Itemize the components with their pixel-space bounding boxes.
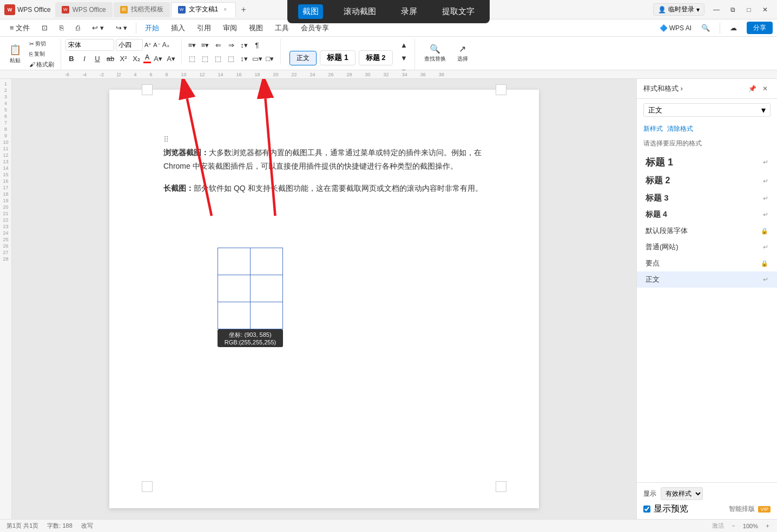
doc-table — [218, 248, 283, 329]
show-preview-label: 显示预览 — [654, 503, 688, 515]
user-login-button[interactable]: 👤 临时登录 ▾ — [653, 3, 704, 16]
scroll-screenshot-button[interactable]: 滚动截图 — [339, 4, 380, 19]
subscript-button[interactable]: X₂ — [130, 52, 142, 64]
align-center-button[interactable]: ⬚ — [199, 52, 211, 64]
wps-ai-button[interactable]: 🔷 WPS AI — [660, 24, 692, 32]
select-button[interactable]: ↗ 选择 — [452, 39, 473, 67]
font-clear-icon[interactable]: Aₓ — [162, 41, 169, 49]
doc-text-area[interactable]: 浏览器截图：大多数浏览器都有内置的截图工具，通常通过菜单或特定的插件来访问。例如… — [163, 146, 485, 196]
style-dropdown[interactable]: 正文 ▾ — [643, 103, 771, 117]
italic-button[interactable]: I — [78, 52, 90, 64]
user-label: 临时登录 — [668, 5, 694, 14]
font-size-input[interactable] — [116, 39, 143, 51]
tab-home[interactable]: 开始 — [140, 21, 164, 35]
activate-text[interactable]: 激活 — [712, 522, 724, 530]
style-scroll-up[interactable]: ▲ — [398, 39, 410, 51]
tab-doc[interactable]: W 文字文稿1 × — [171, 2, 236, 17]
underline-button[interactable]: U — [91, 52, 103, 64]
panel-close-icon[interactable]: ✕ — [760, 83, 771, 94]
show-marks-button[interactable]: ¶ — [251, 39, 263, 51]
display-select[interactable]: 有效样式 — [661, 487, 703, 500]
style-item-h1[interactable]: 标题 1 ↵ — [637, 152, 777, 172]
style-h2-button[interactable]: 标题 2 — [359, 50, 393, 65]
tab-review[interactable]: 审阅 — [218, 21, 242, 35]
font-grow-icon[interactable]: A⁺ — [144, 42, 152, 49]
list-unordered-button[interactable]: ≡▾ — [186, 39, 198, 51]
style-default-name: 默认段落字体 — [646, 226, 688, 236]
align-right-button[interactable]: ⬚ — [212, 52, 224, 64]
border-button[interactable]: □▾ — [264, 52, 276, 64]
display-label: 显示 — [643, 489, 656, 498]
tab-close-icon[interactable]: × — [221, 6, 229, 14]
indent-increase-button[interactable]: ⇒ — [225, 39, 237, 51]
menu-file[interactable]: ≡ 文件 — [4, 21, 35, 35]
tab-reference[interactable]: 引用 — [192, 21, 216, 35]
share-button[interactable]: 分享 — [747, 22, 773, 34]
style-scroll-down[interactable]: ▼ — [398, 52, 410, 64]
titlebar-right: 👤 临时登录 ▾ — ⧉ □ ✕ — [653, 3, 773, 16]
minimize-button[interactable]: — — [709, 4, 724, 15]
main-area: 1 2 3 4 5 6 7 8 9 10 11 12 13 14 15 16 1… — [0, 79, 777, 519]
style-item-default[interactable]: 默认段落字体 🔒 — [637, 223, 777, 239]
shading-button[interactable]: ▭▾ — [251, 52, 263, 64]
document-area[interactable]: ⠿ 浏览器截图：大多数浏览器都有内置的截图工具，通常通过菜单或特定的插件来访问。… — [12, 79, 636, 519]
tab-wps[interactable]: W WPS Office — [55, 2, 113, 17]
extract-text-button[interactable]: 提取文字 — [438, 4, 479, 19]
font-name-input[interactable] — [65, 39, 114, 51]
font-color-btn[interactable]: A — [143, 54, 151, 63]
list-ordered-button[interactable]: ≡▾ — [199, 39, 211, 51]
search-button[interactable]: 🔍 — [696, 22, 715, 34]
strikethrough-button[interactable]: ab — [104, 52, 116, 64]
table-cell — [218, 275, 251, 302]
panel-pin-icon[interactable]: 📌 — [747, 83, 758, 94]
coord-tooltip: 坐标: (903, 585) RGB:(255,255,255) — [218, 329, 283, 347]
menu-redo[interactable]: ↪ ▾ — [110, 22, 133, 34]
style-item-normal[interactable]: 正文 ↵ — [637, 271, 777, 288]
maximize-button[interactable]: □ — [741, 4, 756, 15]
table-row — [218, 275, 283, 302]
style-item-point[interactable]: 要点 🔒 — [637, 255, 777, 271]
menu-icon1[interactable]: ⊡ — [36, 22, 53, 34]
new-style-button[interactable]: 新样式 — [643, 124, 663, 134]
line-spacing-button[interactable]: ↕▾ — [238, 52, 250, 64]
format-hint: 请选择要应用的格式 — [637, 137, 777, 150]
bold-button[interactable]: B — [65, 52, 77, 64]
zoom-out-button[interactable]: － — [730, 522, 736, 530]
cut-button[interactable]: ✂ 剪切 — [27, 39, 56, 49]
paste-button[interactable]: 📋 粘贴 — [4, 40, 26, 68]
find-replace-button[interactable]: 🔍 查找替换 — [422, 39, 449, 67]
copy-button[interactable]: ⎘ 复制 — [27, 49, 56, 59]
format-brush-button[interactable]: 🖌 格式刷 — [27, 59, 56, 69]
style-item-h2[interactable]: 标题 2 ↵ — [637, 172, 777, 190]
cloud-sync-icon[interactable]: ☁ — [725, 22, 742, 34]
clear-format-button[interactable]: 清除格式 — [667, 124, 693, 134]
add-tab-button[interactable]: + — [237, 3, 250, 16]
menu-icon3[interactable]: ⎙ — [70, 22, 85, 34]
show-preview-checkbox[interactable] — [643, 506, 650, 513]
screenshot-button[interactable]: 截图 — [298, 4, 323, 19]
font-shrink-icon[interactable]: A⁻ — [153, 42, 160, 49]
highlight-button[interactable]: A▾ — [152, 52, 164, 64]
menu-undo[interactable]: ↩ ▾ — [87, 22, 109, 34]
tab-view[interactable]: 视图 — [243, 21, 268, 35]
char-border-button[interactable]: A▾ — [165, 52, 177, 64]
style-item-web[interactable]: 普通(网站) ↵ — [637, 239, 777, 255]
style-h1-button[interactable]: 标题 1 — [320, 50, 355, 65]
superscript-button[interactable]: X² — [117, 52, 129, 64]
style-normal-button[interactable]: 正文 — [289, 51, 317, 65]
zoom-in-button[interactable]: ＋ — [765, 522, 771, 530]
record-screen-button[interactable]: 录屏 — [397, 4, 422, 19]
ai-icon: 🔷 — [660, 24, 668, 32]
align-justify-button[interactable]: ⬚ — [225, 52, 237, 64]
align-left-button[interactable]: ⬚ — [186, 52, 198, 64]
tab-insert[interactable]: 插入 — [166, 21, 190, 35]
close-button[interactable]: ✕ — [758, 4, 773, 15]
menu-icon2[interactable]: ⎘ — [54, 22, 69, 34]
para-spacing-button[interactable]: ↕▾ — [238, 39, 250, 51]
style-item-h3[interactable]: 标题 3 ↵ — [637, 190, 777, 207]
tab-template[interactable]: 稻 找稻壳模板 — [114, 2, 170, 17]
style-normal-name: 正文 — [646, 275, 660, 284]
style-item-h4[interactable]: 标题 4 ↵ — [637, 207, 777, 223]
indent-decrease-button[interactable]: ⇐ — [212, 39, 224, 51]
restore-button[interactable]: ⧉ — [725, 4, 740, 15]
